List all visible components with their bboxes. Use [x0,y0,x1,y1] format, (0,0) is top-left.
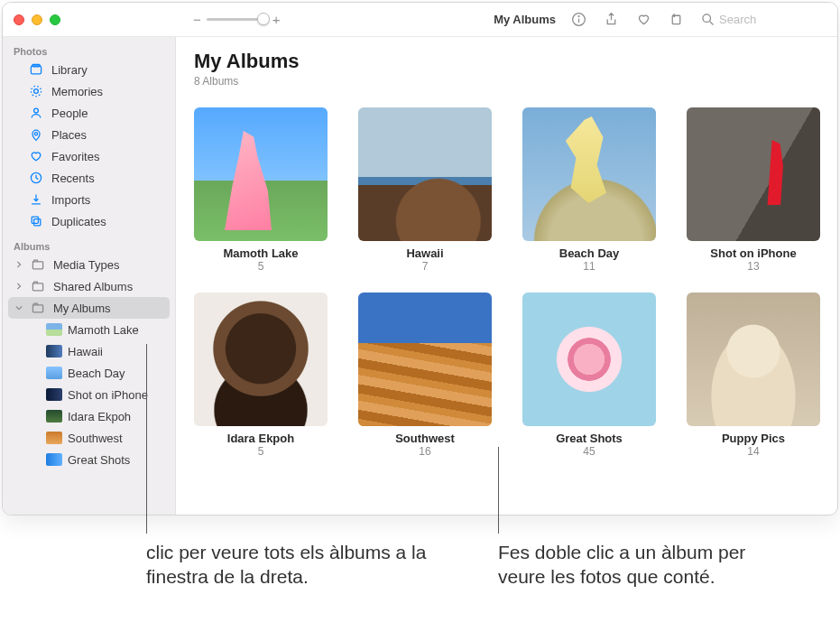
sidebar-item-label: Idara Ekpoh [68,410,131,423]
svg-rect-17 [32,305,42,312]
svg-rect-15 [32,262,42,269]
callout-sidebar-click: clic per veure tots els àlbums a la fine… [146,517,444,590]
places-icon [28,127,44,142]
sidebar-item-label: Places [51,128,87,142]
callout-line [498,447,499,534]
album-title: Beach Day [559,246,619,260]
search-field[interactable]: Search [700,12,826,27]
folder-icon [30,257,46,272]
sidebar-item-my-albums[interactable]: My Albums [8,297,170,319]
info-button[interactable] [570,12,586,28]
album-thumbnail [46,345,62,358]
search-icon [700,12,715,27]
album-great-shots[interactable]: Great Shots45 [522,293,656,458]
page-title: My Albums [194,50,819,73]
album-cover [358,107,492,241]
sidebar-item-memories[interactable]: Memories [8,80,170,102]
album-count: 7 [422,260,429,273]
search-placeholder: Search [719,13,756,26]
sidebar-item-label: My Albums [53,302,111,315]
main-content: My Albums 8 Albums Mamoth Lake5 Hawaii7 … [176,37,837,515]
zoom-thumb[interactable] [257,13,270,25]
sidebar-album-mamoth-lake[interactable]: Mamoth Lake [8,319,170,340]
album-cover [194,293,328,426]
chevron-right-icon [15,283,23,290]
album-count-subtitle: 8 Albums [194,75,819,88]
album-count: 45 [583,445,595,458]
album-cover [194,107,328,241]
chevron-down-icon [15,304,23,311]
sidebar-item-favorites[interactable]: Favorites [8,145,170,167]
album-mamoth-lake[interactable]: Mamoth Lake5 [194,107,328,273]
sidebar-item-media-types[interactable]: Media Types [8,254,170,275]
annotation-callouts: clic per veure tots els àlbums a la fine… [0,517,840,590]
sidebar-item-recents[interactable]: Recents [8,167,170,189]
sidebar-item-label: Shared Albums [53,280,133,293]
heart-icon [28,149,44,163]
minimize-window-button[interactable] [32,14,42,25]
album-thumbnail [46,367,62,379]
zoom-in-icon: + [272,12,281,27]
favorite-button[interactable] [635,12,651,28]
sidebar-item-label: Great Shots [68,453,130,467]
album-count: 11 [583,260,595,273]
album-beach-day[interactable]: Beach Day11 [522,107,656,273]
window-body: Photos Library Memories People Places Fa… [3,37,837,515]
svg-rect-13 [32,217,38,223]
album-count: 16 [419,445,430,458]
sidebar-item-label: Hawaii [68,345,103,358]
album-puppy-pics[interactable]: Puppy Pics14 [687,293,820,458]
album-southwest[interactable]: Southwest16 [358,293,492,458]
album-cover [522,293,656,426]
album-hawaii[interactable]: Hawaii7 [358,107,492,273]
sidebar-item-places[interactable]: Places [8,124,170,145]
svg-point-2 [578,16,579,17]
zoom-track[interactable] [207,18,267,21]
rotate-button[interactable] [668,12,684,28]
callout-text: clic per veure tots els àlbums a la fine… [146,517,444,590]
album-title: Hawaii [406,246,443,260]
sidebar-item-shared-albums[interactable]: Shared Albums [8,275,170,297]
fullscreen-window-button[interactable] [50,14,60,25]
sidebar-item-label: Memories [51,85,103,98]
sidebar-section-albums: Albums [3,237,175,254]
sidebar-item-label: Duplicates [51,215,106,228]
sidebar-section-photos: Photos [3,42,175,59]
album-title: Idara Ekpoh [227,432,294,445]
album-thumbnail [46,388,62,401]
album-count: 5 [258,445,264,458]
svg-rect-3 [672,15,680,23]
svg-point-4 [703,14,711,23]
sidebar-item-label: Mamoth Lake [68,323,139,337]
clock-icon [28,171,44,185]
album-title: Southwest [395,432,455,445]
people-icon [28,106,44,120]
album-title: Puppy Pics [722,432,785,445]
window-controls [3,14,71,25]
svg-line-5 [710,22,714,25]
sidebar-item-label: Beach Day [68,367,125,380]
album-count: 5 [258,260,264,273]
svg-point-10 [34,108,39,113]
sidebar-item-duplicates[interactable]: Duplicates [8,210,170,232]
album-shot-on-iphone[interactable]: Shot on iPhone13 [687,107,820,273]
thumbnail-zoom-slider[interactable]: − + [193,12,281,27]
sidebar-item-label: Imports [51,193,90,207]
album-cover [358,293,492,426]
toolbar-actions: Search [570,12,837,28]
album-thumbnail [46,432,62,444]
share-button[interactable] [603,12,619,28]
album-idara-ekpoh[interactable]: Idara Ekpoh5 [194,293,328,458]
sidebar-item-label: Shot on iPhone [68,388,148,402]
svg-point-11 [34,133,37,135]
sidebar-item-library[interactable]: Library [8,59,170,80]
album-thumbnail [46,453,62,466]
album-title: Shot on iPhone [710,246,796,260]
sidebar-item-people[interactable]: People [8,102,170,124]
sidebar-item-imports[interactable]: Imports [8,189,170,210]
folder-icon [30,301,46,315]
duplicates-icon [28,214,44,228]
albums-grid: Mamoth Lake5 Hawaii7 Beach Day11 Shot on… [194,107,819,458]
titlebar: − + My Albums Search [3,3,837,37]
close-window-button[interactable] [14,14,24,25]
